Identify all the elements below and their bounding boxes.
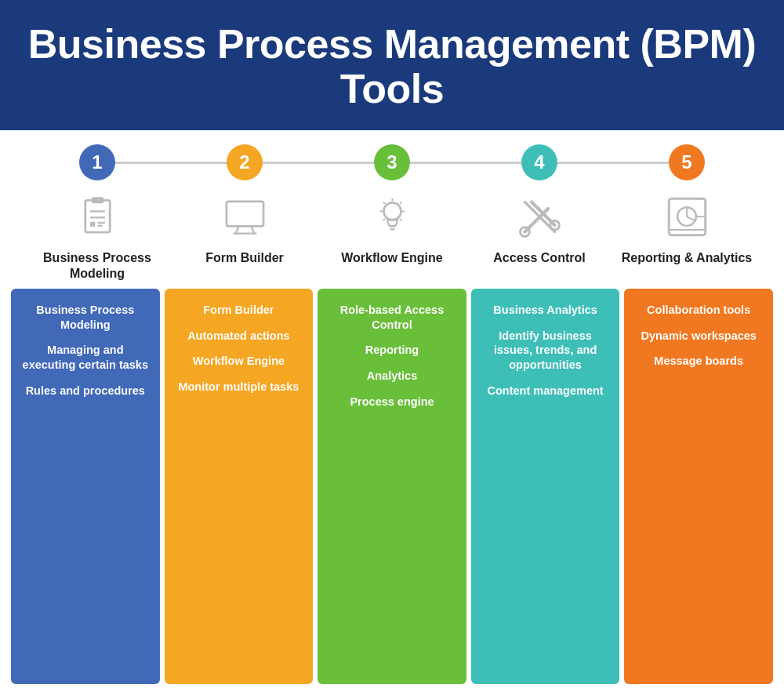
- card-1-item-1: Business Process Modeling: [22, 303, 149, 333]
- step-label-4: Access Control: [493, 250, 585, 265]
- step-item-2: 2 Form Builder: [174, 144, 315, 265]
- card-3-item-4: Process engine: [328, 395, 456, 409]
- step-label-3: Workflow Engine: [341, 250, 442, 265]
- step-label-5: Reporting & Analytics: [622, 250, 753, 265]
- card-3-item-2: Reporting: [328, 343, 456, 358]
- card-3: Role-based Access ControlReportingAnalyt…: [318, 289, 466, 684]
- svg-line-9: [251, 227, 254, 234]
- card-5-item-3: Message boards: [635, 354, 762, 369]
- card-4-item-2: Identify business issues, trends, and op…: [482, 329, 609, 373]
- step-item-5: 5 Reporting & Analytics: [616, 144, 757, 265]
- svg-line-30: [687, 217, 695, 220]
- card-1-item-3: Rules and procedures: [22, 384, 149, 398]
- card-2: Form BuilderAutomated actionsWorkflow En…: [165, 289, 314, 684]
- card-5-item-1: Collaboration tools: [635, 303, 762, 318]
- step-circle-3: 3: [374, 144, 410, 180]
- svg-line-8: [235, 227, 238, 234]
- header: Business Process Management (BPM) Tools: [0, 0, 784, 130]
- monitor-icon: [223, 195, 267, 238]
- step-item-1: 1 Business Process Modeling: [27, 144, 168, 280]
- lightbulb-icon: [371, 195, 414, 238]
- page-title: Business Process Management (BPM) Tools: [16, 22, 768, 111]
- svg-line-20: [399, 219, 401, 220]
- page-wrapper: Business Process Management (BPM) Tools …: [0, 0, 784, 695]
- svg-rect-5: [97, 222, 104, 224]
- card-3-item-3: Analytics: [328, 369, 456, 384]
- svg-line-17: [383, 202, 384, 204]
- step-icon-4: [518, 191, 561, 242]
- card-4-item-1: Business Analytics: [482, 303, 609, 318]
- card-2-item-2: Automated actions: [176, 329, 303, 344]
- card-5: Collaboration toolsDynamic workspacesMes…: [624, 289, 773, 684]
- card-1-item-2: Managing and executing certain tasks: [22, 343, 149, 373]
- svg-rect-6: [97, 225, 102, 227]
- step-circle-5: 5: [669, 144, 705, 180]
- svg-rect-7: [226, 202, 263, 226]
- tools-icon: [518, 195, 561, 238]
- card-1: Business Process ModelingManaging and ex…: [11, 289, 160, 684]
- step-icon-5: [666, 191, 709, 242]
- clipboard-icon: [76, 195, 119, 238]
- step-icon-1: [76, 191, 119, 242]
- card-4: Business AnalyticsIdentify business issu…: [471, 289, 620, 684]
- steps-row: 1 Business Process Modeling 2 Form Build…: [24, 144, 760, 280]
- svg-line-18: [399, 202, 401, 204]
- step-icon-3: [371, 191, 414, 242]
- svg-point-11: [383, 203, 401, 220]
- chart-icon: [666, 195, 709, 238]
- step-label-1: Business Process Modeling: [27, 250, 168, 280]
- step-circle-1: 1: [79, 144, 115, 180]
- step-circle-4: 4: [521, 144, 557, 180]
- step-icon-2: [223, 191, 267, 242]
- svg-line-19: [383, 219, 384, 220]
- card-2-item-3: Workflow Engine: [176, 354, 303, 369]
- step-label-2: Form Builder: [205, 250, 284, 265]
- step-circle-2: 2: [227, 144, 263, 180]
- card-3-item-1: Role-based Access Control: [328, 303, 456, 333]
- svg-rect-1: [91, 198, 103, 204]
- svg-rect-0: [85, 201, 109, 233]
- step-item-4: 4 Access Control: [469, 144, 610, 265]
- card-4-item-3: Content management: [482, 384, 609, 398]
- card-2-item-4: Monitor multiple tasks: [176, 380, 303, 395]
- step-item-3: 3 Workflow Engine: [321, 144, 463, 265]
- cards-section: Business Process ModelingManaging and ex…: [0, 281, 784, 695]
- svg-rect-4: [90, 222, 95, 227]
- steps-section: 1 Business Process Modeling 2 Form Build…: [0, 130, 784, 280]
- card-5-item-2: Dynamic workspaces: [635, 329, 762, 344]
- card-2-item-1: Form Builder: [176, 303, 303, 318]
